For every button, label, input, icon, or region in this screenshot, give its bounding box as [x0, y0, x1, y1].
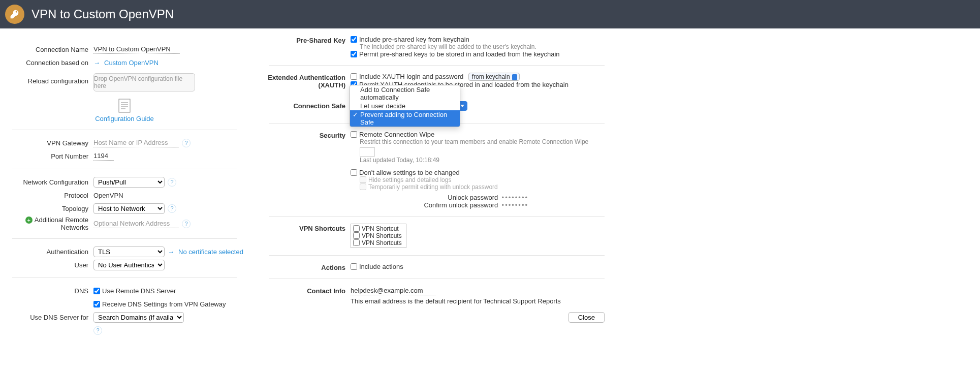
psk-hint: The included pre-shared key will be adde… [360, 43, 605, 50]
gateway-label: VPN Gateway [0, 139, 93, 147]
user-select[interactable]: No User Authentication [93, 260, 165, 270]
netconf-label: Network Configuration [0, 178, 93, 186]
contact-hint: This email address is the default recipi… [351, 297, 605, 305]
protocol-label: Protocol [0, 192, 93, 199]
xauth-label: Extended Authentication (XAUTH) [249, 73, 351, 89]
no-cert-link[interactable]: No certificate selected [178, 248, 243, 256]
confirm-pw-label: Confirm unlock password [424, 201, 498, 209]
based-on-link[interactable]: Custom OpenVPN [104, 59, 159, 67]
contact-label: Contact Info [249, 286, 351, 305]
help-icon[interactable]: ? [182, 220, 191, 228]
conn-safe-dropdown: Add to Connection Safe automatically Let… [350, 85, 460, 127]
conn-safe-option-auto[interactable]: Add to Connection Safe automatically [350, 85, 460, 102]
header: VPN to Custom OpenVPN [0, 0, 980, 28]
connection-name-label: Connection Name [0, 46, 93, 53]
unlock-pw-value: •••••••• [502, 194, 528, 201]
contact-email-input[interactable] [351, 286, 436, 295]
hide-settings-checkbox[interactable]: Hide settings and detailed logs [360, 176, 605, 183]
dont-allow-checkbox[interactable]: Don't allow settings to be changed [351, 169, 460, 176]
psk-permit-checkbox[interactable]: Permit pre-shared keys to be stored in a… [351, 50, 560, 58]
document-icon [118, 99, 131, 113]
netconf-select[interactable]: Push/Pull [93, 177, 165, 188]
port-label: Port Number [0, 152, 93, 160]
dns-label: DNS [0, 287, 93, 295]
arrow-icon: → [93, 59, 100, 67]
xauth-source-select[interactable]: from keychain [468, 73, 520, 81]
actions-checkbox[interactable]: Include actions [351, 263, 403, 270]
help-icon[interactable]: ? [168, 178, 176, 187]
last-updated: Last updated Today, 10:18:49 [360, 157, 605, 164]
svg-rect-0 [119, 99, 130, 112]
actions-label: Actions [249, 263, 351, 271]
port-input[interactable] [93, 151, 114, 161]
dns-remote-checkbox[interactable]: Use Remote DNS Server [93, 287, 176, 295]
page-title: VPN to Custom OpenVPN [31, 7, 174, 21]
help-icon[interactable]: ? [93, 326, 102, 335]
xauth-include-checkbox[interactable]: Include XAUTH login and password [351, 73, 463, 80]
config-dropzone[interactable]: Drop OpenVPN configuration file here [93, 73, 195, 91]
auth-label: Authentication [0, 248, 93, 256]
shortcuts-listbox[interactable]: VPN Shortcut VPN Shortcuts VPN Shortcuts [351, 224, 406, 248]
plus-icon[interactable]: + [25, 217, 33, 224]
conn-safe-label: Connection Safe [249, 101, 351, 111]
psk-label: Pre-Shared Key [249, 36, 351, 58]
left-panel: Connection Name Connection based on →Cus… [0, 28, 249, 338]
connection-name-input[interactable] [93, 45, 180, 54]
security-label: Security [249, 131, 351, 209]
protocol-value: OpenVPN [93, 192, 123, 199]
temp-permit-checkbox[interactable]: Temporarily permit editing with unlock p… [360, 183, 605, 191]
user-label: User [0, 261, 93, 269]
config-guide-link[interactable]: Configuration Guide [95, 115, 154, 122]
add-remote-input[interactable] [93, 219, 179, 228]
dns-receive-checkbox[interactable]: Receive DNS Settings from VPN Gateway [93, 300, 226, 308]
key-icon [5, 5, 24, 24]
conn-safe-option-user[interactable]: Let user decide [350, 102, 460, 110]
conn-safe-option-prevent[interactable]: Prevent adding to Connection Safe [350, 110, 460, 127]
gateway-input[interactable] [93, 138, 179, 147]
confirm-pw-value: •••••••• [502, 201, 528, 209]
reload-label: Reload configuration [0, 73, 93, 85]
arrow-icon: → [168, 248, 174, 256]
config-guide-block: Configuration Guide [95, 99, 154, 122]
wipe-code-input[interactable] [360, 147, 375, 157]
help-icon[interactable]: ? [168, 204, 176, 213]
right-panel: Pre-Shared Key Include pre-shared key fr… [249, 28, 605, 338]
help-icon[interactable]: ? [182, 139, 191, 147]
unlock-pw-label: Unlock password [448, 194, 498, 201]
dns-for-label: Use DNS Server for [0, 314, 93, 321]
shortcuts-label: VPN Shortcuts [249, 224, 351, 248]
topology-select[interactable]: Host to Network [93, 203, 165, 214]
psk-include-checkbox[interactable]: Include pre-shared key from keychain [351, 36, 469, 43]
topology-label: Topology [0, 205, 93, 212]
dns-for-select[interactable]: Search Domains (if available) [93, 312, 184, 323]
auth-select[interactable]: TLS [93, 246, 165, 257]
remote-wipe-checkbox[interactable]: Remote Connection Wipe [351, 131, 434, 138]
close-button[interactable]: Close [568, 312, 605, 323]
based-on-label: Connection based on [0, 59, 93, 67]
add-remote-label: +Additional Remote Networks [0, 216, 93, 231]
remote-wipe-hint: Restrict this connection to your team me… [360, 138, 605, 145]
